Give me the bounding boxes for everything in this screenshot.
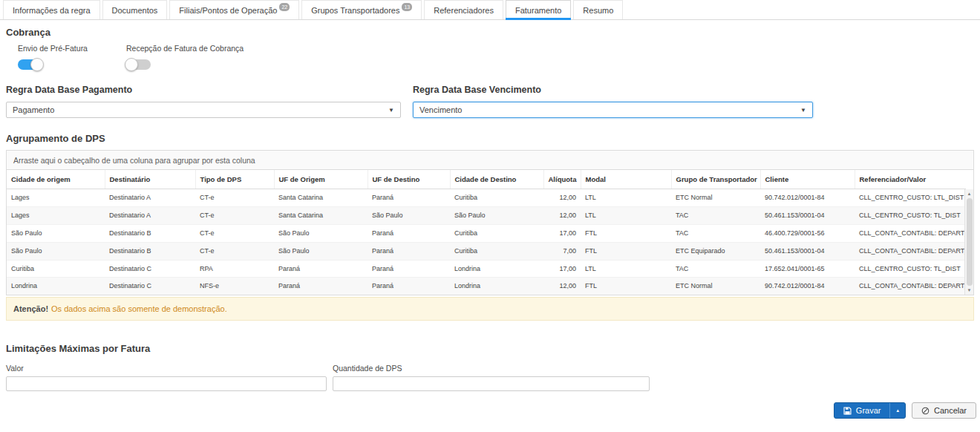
tab-faturamento[interactable]: Faturamento xyxy=(506,0,571,19)
table-cell: São Paulo xyxy=(368,207,450,225)
regras-row: Regra Data Base Pagamento Pagamento ▼ Re… xyxy=(6,85,974,118)
table-row[interactable]: LagesDestinatario ACT-eSanta CatarinaPar… xyxy=(7,189,966,207)
table-cell: CT-e xyxy=(195,207,274,225)
table-cell: São Paulo xyxy=(274,224,368,242)
table-row[interactable]: LagesDestinatario ACT-eSanta CatarinaSão… xyxy=(7,207,966,225)
table-cell: CT-e xyxy=(195,224,274,242)
column-header-referenciador-valor[interactable]: Referenciador/Valor xyxy=(855,170,966,189)
toggle-knob xyxy=(30,58,44,71)
table-cell: Paraná xyxy=(274,278,368,295)
table-cell: São Paulo xyxy=(7,242,105,260)
vertical-scrollbar[interactable]: ▲ ▼ xyxy=(964,189,973,295)
table-cell: São Paulo xyxy=(7,224,105,242)
table-row[interactable]: LondrinaDestinatario CNFS-eParanáParanáL… xyxy=(7,278,966,295)
table-cell: CLL_CENTRO_CUSTO: TL_DIST xyxy=(855,207,966,225)
scroll-up-icon[interactable]: ▲ xyxy=(967,191,972,197)
table-cell: Paraná xyxy=(368,260,450,278)
table-body: LagesDestinatario ACT-eSanta CatarinaPar… xyxy=(7,189,966,295)
column-header-tipo-de-dps[interactable]: Tipo de DPS xyxy=(195,170,274,189)
table-cell: 12,00 xyxy=(543,189,581,207)
table-cell: Paraná xyxy=(368,242,450,260)
column-header-cidade-de-destino[interactable]: Cidade de Destino xyxy=(450,170,543,189)
table-cell: 7,00 xyxy=(543,242,581,260)
table-cell: 46.400.729/0001-56 xyxy=(760,224,855,242)
table-cell: CLL_CONTA_CONTABIL: DEPART_A xyxy=(855,278,966,295)
table-cell: São Paulo xyxy=(274,242,368,260)
tab-grupos-transportadores[interactable]: Grupos Transportadores13 xyxy=(301,0,422,19)
chevron-up-icon: ▴ xyxy=(896,408,899,413)
tab-label: Resumo xyxy=(583,6,613,15)
tab-count-badge: 13 xyxy=(402,3,412,11)
cancelar-button[interactable]: Cancelar xyxy=(912,402,976,419)
valor-input[interactable] xyxy=(6,376,327,391)
table-cell: Santa Catarina xyxy=(274,207,368,225)
scroll-down-icon[interactable]: ▼ xyxy=(967,287,972,293)
faturamento-panel: Cobrança Envio de Pré-Fatura Recepção de… xyxy=(0,20,980,391)
table-cell: Paraná xyxy=(274,260,368,278)
column-header-grupo-de-transportador[interactable]: Grupo de Transportador xyxy=(671,170,760,189)
gravar-button[interactable]: Gravar xyxy=(834,403,890,418)
table-cell: Destinatario B xyxy=(105,242,195,260)
column-header-cidade-de-origem[interactable]: Cidade de origem xyxy=(7,170,105,189)
table-cell: NFS-e xyxy=(195,278,274,295)
table-row[interactable]: CuritibaDestinatario CRPAParanáParanáLon… xyxy=(7,260,966,278)
table-cell: Destinatario C xyxy=(105,260,195,278)
tab-filiais-pontos-de-operacao[interactable]: Filiais/Pontos de Operação22 xyxy=(169,0,299,19)
tab-label: Informações da regra xyxy=(13,6,91,15)
tab-documentos[interactable]: Documentos xyxy=(102,0,168,19)
table-cell: Destinatario A xyxy=(105,207,195,225)
cobranca-toggles: Envio de Pré-Fatura Recepção de Fatura d… xyxy=(6,44,974,70)
table-cell: Paraná xyxy=(368,224,450,242)
column-header-uf-de-destino[interactable]: UF de Destino xyxy=(368,170,450,189)
agrupamento-section: Agrupamento de DPS Arraste aqui o cabeça… xyxy=(6,133,974,321)
table-cell: 17,00 xyxy=(543,260,581,278)
limit-fields-row: Valor Quantidade de DPS xyxy=(6,364,974,391)
quantidade-dps-input[interactable] xyxy=(333,376,650,391)
column-header-aliquota[interactable]: Alíquota xyxy=(543,170,581,189)
scrollbar-thumb[interactable] xyxy=(967,198,973,286)
table-cell: ETC Normal xyxy=(671,278,760,295)
regra-vencimento-col: Regra Data Base Vencimento Vencimento ▼ xyxy=(413,85,813,118)
table-cell: CLL_CONTA_CONTABIL: DEPART_B xyxy=(855,242,966,260)
table-cell: Paraná xyxy=(368,278,450,295)
tab-resumo[interactable]: Resumo xyxy=(573,0,623,19)
table-cell: Lages xyxy=(7,189,105,207)
tab-referenciadores[interactable]: Referenciadores xyxy=(424,0,503,19)
table-cell: 50.461.153/0001-04 xyxy=(760,242,855,260)
table-cell: TAC xyxy=(671,207,760,225)
column-header-modal[interactable]: Modal xyxy=(581,170,671,189)
table-cell: Curitiba xyxy=(450,224,543,242)
valor-label: Valor xyxy=(6,364,327,373)
gravar-split-button[interactable]: Gravar ▴ xyxy=(834,402,906,419)
table-cell: São Paulo xyxy=(450,207,543,225)
action-bar: Gravar ▴ Cancelar xyxy=(834,402,976,419)
table-cell: 12,00 xyxy=(543,278,581,295)
dps-table: Cidade de origemDestinatárioTipo de DPSU… xyxy=(7,170,966,295)
regra-pagamento-value: Pagamento xyxy=(13,105,54,114)
table-cell: Destinatario A xyxy=(105,189,195,207)
tab-label: Documentos xyxy=(112,6,158,15)
table-cell: Londrina xyxy=(7,278,105,295)
table-cell: TAC xyxy=(671,224,760,242)
table-cell: 90.742.012/0001-84 xyxy=(760,278,855,295)
regra-pagamento-select[interactable]: Pagamento ▼ xyxy=(6,102,401,118)
table-row[interactable]: São PauloDestinatario BCT-eSão PauloPara… xyxy=(7,224,966,242)
regra-vencimento-select[interactable]: Vencimento ▼ xyxy=(413,102,813,118)
table-cell: Destinatario C xyxy=(105,278,195,295)
column-header-destinatario[interactable]: Destinatário xyxy=(105,170,195,189)
table-cell: Paraná xyxy=(368,189,450,207)
recepcao-fatura-toggle[interactable] xyxy=(126,59,151,70)
gravar-dropdown-toggle[interactable]: ▴ xyxy=(889,403,905,418)
grid-group-drop-area[interactable]: Arraste aqui o cabeçalho de uma coluna p… xyxy=(7,151,973,170)
column-header-uf-de-origem[interactable]: UF de Origem xyxy=(274,170,368,189)
table-row[interactable]: São PauloDestinatario BCT-eSão PauloPara… xyxy=(7,242,966,260)
table-cell: TAC xyxy=(671,260,760,278)
table-cell: Curitiba xyxy=(7,260,105,278)
column-header-cliente[interactable]: Cliente xyxy=(760,170,855,189)
envio-pre-fatura-toggle[interactable] xyxy=(18,59,42,70)
tab-informacoes-da-regra[interactable]: Informações da regra xyxy=(3,0,100,19)
table-cell: 90.742.012/0001-84 xyxy=(760,189,855,207)
dps-grid: Arraste aqui o cabeçalho de uma coluna p… xyxy=(6,150,974,295)
tab-count-badge: 22 xyxy=(279,3,290,11)
regra-vencimento-value: Vencimento xyxy=(419,105,462,114)
